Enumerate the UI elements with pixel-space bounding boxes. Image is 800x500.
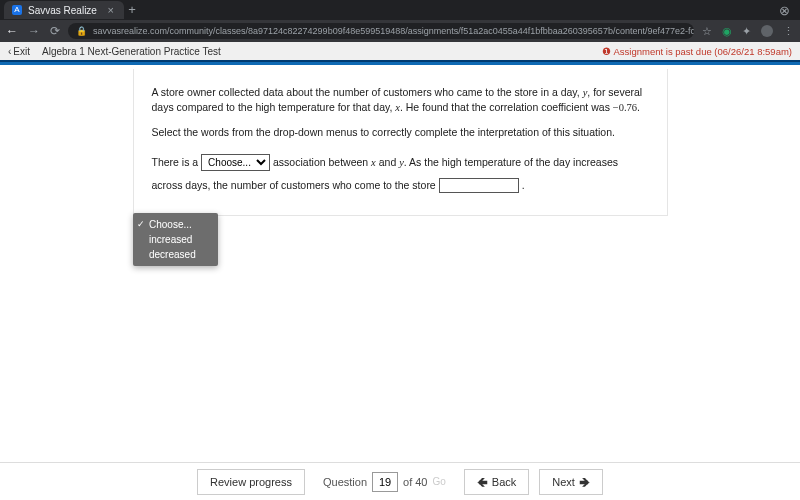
browser-chrome: A Savvas Realize × + ⊗ ← → ⟳ 🔒 savvasrea… <box>0 0 800 42</box>
profile-avatar[interactable] <box>761 25 773 37</box>
content-area: A store owner collected data about the n… <box>0 65 800 462</box>
browser-tab[interactable]: A Savvas Realize × <box>4 1 124 19</box>
exit-label: Exit <box>13 46 30 57</box>
question-label: Question <box>323 476 367 488</box>
question-number-input[interactable] <box>372 472 398 492</box>
warning-icon: ❶ <box>602 46 611 57</box>
extension-icon[interactable]: ◉ <box>722 25 732 38</box>
question-prompt-2: Select the words from the drop-down menu… <box>152 125 649 140</box>
trend-option-decreased[interactable]: decreased <box>133 247 218 262</box>
association-select[interactable]: Choose... <box>201 154 270 171</box>
tab-close-icon[interactable]: × <box>108 4 114 16</box>
past-due-badge: ❶ Assignment is past due (06/26/21 8:59a… <box>602 46 793 57</box>
nav-back-icon[interactable]: ← <box>6 24 18 38</box>
nav-forward-icon: → <box>28 24 40 38</box>
browser-toolbar: ← → ⟳ 🔒 savvasrealize.com/community/clas… <box>0 20 800 42</box>
tab-title: Savvas Realize <box>28 5 97 16</box>
assessment-footer: Review progress Question of 40 Go 🡸 Back… <box>0 462 800 500</box>
arrow-left-icon: 🡸 <box>477 476 488 488</box>
question-prompt-1: A store owner collected data about the n… <box>152 85 649 115</box>
question-total: of 40 <box>403 476 427 488</box>
nav-reload-icon[interactable]: ⟳ <box>50 24 60 38</box>
back-button[interactable]: 🡸 Back <box>464 469 529 495</box>
go-button[interactable]: Go <box>432 476 445 487</box>
breadcrumb: Algebra 1 Next-Generation Practice Test <box>42 46 221 57</box>
address-bar[interactable]: 🔒 savvasrealize.com/community/classes/8a… <box>68 23 694 39</box>
question-indicator: Question of 40 Go <box>315 472 454 492</box>
next-button[interactable]: Next 🡺 <box>539 469 603 495</box>
review-progress-button[interactable]: Review progress <box>197 469 305 495</box>
trend-select-collapsed[interactable] <box>439 178 519 193</box>
extensions-menu-icon[interactable]: ✦ <box>742 25 751 38</box>
arrow-right-icon: 🡺 <box>579 476 590 488</box>
chevron-left-icon: ‹ <box>8 46 11 57</box>
exit-button[interactable]: ‹ Exit <box>8 46 30 57</box>
trend-option-increased[interactable]: increased <box>133 232 218 247</box>
window-close-icon[interactable]: ⊗ <box>779 3 796 18</box>
url-text: savvasrealize.com/community/classes/8a97… <box>93 26 694 36</box>
new-tab-button[interactable]: + <box>124 2 140 18</box>
kebab-menu-icon[interactable]: ⋮ <box>783 25 794 38</box>
trend-option-choose[interactable]: Choose... <box>133 217 218 232</box>
fill-in-sentence: There is a Choose... association between… <box>152 151 649 197</box>
tab-strip: A Savvas Realize × + ⊗ <box>0 0 800 20</box>
due-text: Assignment is past due (06/26/21 8:59am) <box>614 46 793 57</box>
bookmark-icon[interactable]: ☆ <box>702 25 712 38</box>
lock-icon: 🔒 <box>76 26 87 36</box>
trend-select-menu: Choose... increased decreased <box>133 213 218 266</box>
question-card: A store owner collected data about the n… <box>133 69 668 216</box>
favicon-icon: A <box>12 5 22 15</box>
app-header: ‹ Exit Algebra 1 Next-Generation Practic… <box>0 42 800 62</box>
